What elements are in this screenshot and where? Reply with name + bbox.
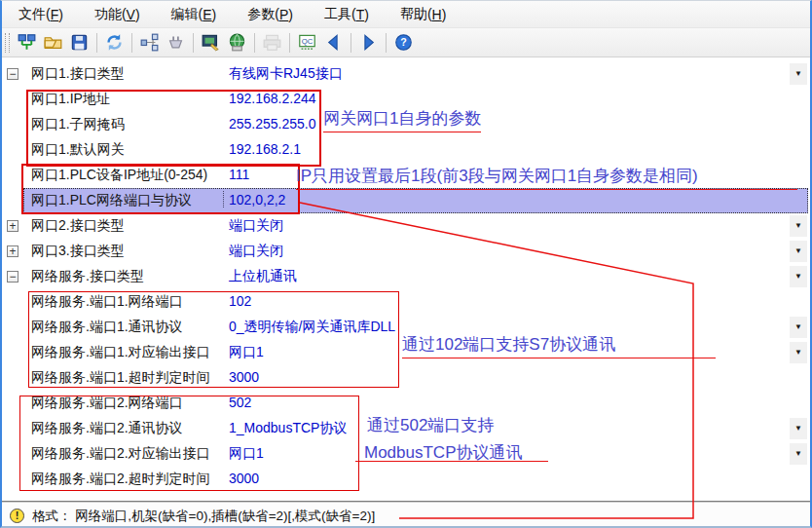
row-label: 网络服务.端口1.超时判定时间 [31,369,210,387]
grid-row[interactable]: 网口1.PLC设备IP地址(0-254)111 [2,163,810,188]
grid-row[interactable]: 网络服务.端口1.对应输出接口网口1 [2,340,810,365]
chevron-down-icon [794,222,802,230]
chevron-down-icon [794,247,802,255]
row-value[interactable]: 端口关闭 [229,217,283,235]
grid-row[interactable]: 网络服务.接口类型上位机通讯 [2,264,810,289]
row-label: 网络服务.接口类型 [31,268,144,285]
network-topology-icon[interactable] [137,31,162,55]
download-globe-icon[interactable] [225,31,249,55]
printer-icon [260,31,284,55]
row-label: 网络服务.端口1.对应输出接口 [31,344,210,361]
menu-item-e[interactable]: 编辑(E) [161,1,228,27]
collapse-icon[interactable] [7,68,18,80]
grid-row[interactable]: 网络服务.端口2.对应输出接口网口1 [2,441,810,467]
row-value[interactable]: 502 [229,395,251,410]
grid-row[interactable]: 网口1.子网掩码255.255.255.0 [2,112,810,137]
prev-arrow-icon[interactable] [321,31,346,55]
grid-row[interactable]: 网口2.接口类型端口关闭 [2,213,810,239]
row-label: 网口1.接口类型 [31,65,125,83]
refresh-icon[interactable] [102,31,127,55]
serial-plug-icon[interactable] [164,31,188,55]
row-value[interactable]: 0_透明传输/网关通讯库DLL [229,319,395,336]
grid-row[interactable]: 网口3.接口类型端口关闭 [2,239,810,264]
chevron-down-icon [794,425,802,433]
toolbar-divider [254,33,255,53]
grid-row[interactable]: 网络服务.端口2.通讯协议1_ModbusTCP协议 [2,416,810,441]
grid-row[interactable]: 网络服务.端口1.通讯协议0_透明传输/网关通讯库DLL [2,315,810,340]
toolbar-grip[interactable] [5,33,10,53]
row-value[interactable]: 上位机通讯 [229,268,297,285]
row-value[interactable]: 192.168.2.1 [229,141,301,157]
row-value[interactable]: 有线网卡RJ45接口 [229,65,343,83]
row-label: 网络服务.端口1.通讯协议 [31,319,183,336]
monitor-program-icon[interactable] [199,31,223,55]
grid-row[interactable]: 网口1.IP地址192.168.2.244 [2,87,810,112]
row-value[interactable]: 255.255.255.0 [229,116,316,132]
app-window: 文件(F)功能(V)编辑(E)参数(P)工具(T)帮助(H) QC? 网口1.接… [0,0,812,528]
toolbar-divider [131,33,132,53]
svg-text:?: ? [400,36,407,48]
menu-item-t[interactable]: 工具(T) [314,1,380,27]
dropdown-button[interactable] [790,266,807,287]
toolbar-divider [96,33,97,53]
chevron-down-icon [794,70,802,78]
row-value[interactable]: 102,0,2,2 [223,191,285,207]
chevron-down-icon [794,349,802,357]
qc-test-icon[interactable]: QC [295,31,319,55]
toolbar: QC? [2,28,810,57]
row-value[interactable]: 192.168.2.244 [229,91,316,106]
row-label: 网络服务.端口1.网络端口 [31,293,183,311]
toolbar-divider [351,33,351,53]
row-label: 网口3.接口类型 [31,243,125,260]
menu-item-f[interactable]: 文件(F) [8,1,74,27]
dropdown-button[interactable] [790,215,807,237]
property-grid: 网口1.接口类型有线网卡RJ45接口网口1.IP地址192.168.2.244网… [2,57,810,501]
dropdown-button[interactable] [790,241,807,262]
next-arrow-icon[interactable] [356,31,381,55]
toolbar-divider [193,33,194,53]
row-label: 网口1.IP地址 [31,91,110,108]
grid-row-selected[interactable]: 网口1.PLC网络端口与协议102,0,2,2 [2,188,810,213]
dropdown-button[interactable] [790,317,807,338]
row-label: 网口2.接口类型 [31,217,125,235]
menu-item-p[interactable]: 参数(P) [237,1,304,27]
grid-row[interactable]: 网口1.默认网关192.168.2.1 [2,137,810,163]
menu-item-h[interactable]: 帮助(H) [389,1,457,27]
collapse-icon[interactable] [7,271,18,283]
row-value[interactable]: 102 [229,293,251,309]
dropdown-button[interactable] [790,443,807,465]
dropdown-button[interactable] [790,342,807,363]
dropdown-button[interactable] [790,63,807,85]
help-icon[interactable]: ? [391,31,416,55]
expand-icon[interactable] [7,220,18,232]
save-file-icon[interactable] [67,31,92,55]
grid-row[interactable]: 网络服务.端口1.超时判定时间3000 [2,365,810,391]
connect-device-icon[interactable] [15,31,39,55]
dropdown-button[interactable] [790,418,807,439]
row-label: 网口1.PLC设备IP地址(0-254) [31,167,207,184]
chevron-down-icon [794,273,802,281]
grid-row[interactable]: 网络服务.端口2.超时判定时间3000 [2,467,810,492]
row-value[interactable]: 端口关闭 [229,243,283,260]
row-value[interactable]: 网口1 [229,344,264,361]
status-bar: 格式： 网络端口,机架(缺省=0),插槽(缺省=2)[,模式(缺省=2)] [2,501,810,528]
toolbar-divider [386,33,387,53]
grid-row[interactable]: 网络服务.端口1.网络端口102 [2,289,810,315]
row-label: 网络服务.端口2.通讯协议 [31,420,183,437]
expand-icon[interactable] [7,245,18,257]
grid-row[interactable]: 网口1.接口类型有线网卡RJ45接口 [2,61,810,87]
svg-text:QC: QC [302,37,314,46]
row-value[interactable]: 3000 [229,369,259,385]
warning-icon [10,509,24,523]
row-value[interactable]: 3000 [229,471,259,486]
status-format-text: 格式： 网络端口,机架(缺省=0),插槽(缺省=2)[,模式(缺省=2)] [32,508,375,525]
row-label: 网口1.子网掩码 [31,116,125,133]
grid-row[interactable]: 网络服务.端口2.网络端口502 [2,391,810,416]
menu-item-v[interactable]: 功能(V) [84,1,151,27]
row-value[interactable]: 1_ModbusTCP协议 [229,420,347,437]
row-value[interactable]: 网口1 [229,445,264,463]
menu-bar: 文件(F)功能(V)编辑(E)参数(P)工具(T)帮助(H) [2,1,810,28]
row-label: 网络服务.端口2.对应输出接口 [31,445,210,463]
row-value[interactable]: 111 [229,167,249,182]
open-file-icon[interactable] [41,31,65,55]
